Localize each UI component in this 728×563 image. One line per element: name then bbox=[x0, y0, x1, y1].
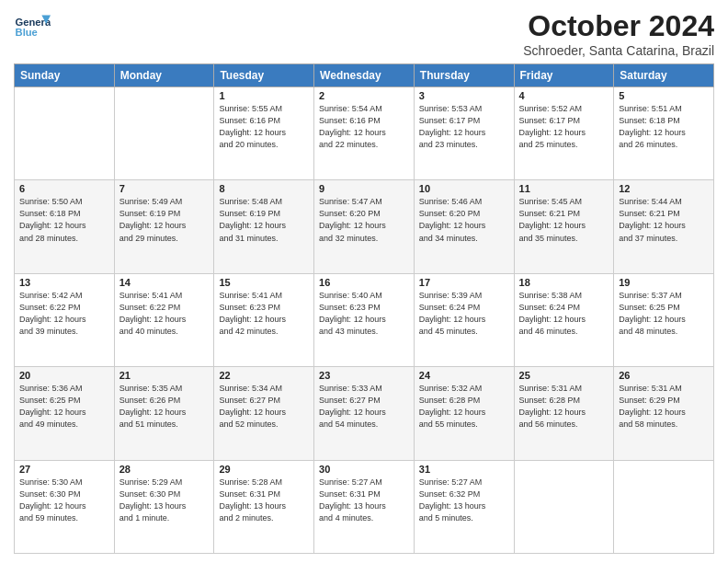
day-info: Sunrise: 5:55 AM Sunset: 6:16 PM Dayligh… bbox=[219, 103, 309, 151]
logo-icon: General Blue bbox=[14, 9, 51, 46]
logo: General Blue bbox=[14, 9, 51, 46]
calendar-cell: 1Sunrise: 5:55 AM Sunset: 6:16 PM Daylig… bbox=[214, 87, 314, 180]
day-number: 24 bbox=[419, 370, 509, 381]
day-info: Sunrise: 5:50 AM Sunset: 6:18 PM Dayligh… bbox=[19, 196, 109, 244]
calendar-cell: 18Sunrise: 5:38 AM Sunset: 6:24 PM Dayli… bbox=[514, 273, 614, 366]
day-info: Sunrise: 5:30 AM Sunset: 6:30 PM Dayligh… bbox=[19, 477, 109, 524]
col-header-sunday: Sunday bbox=[15, 64, 115, 87]
day-number: 29 bbox=[219, 464, 309, 475]
calendar-cell bbox=[514, 460, 614, 553]
subtitle: Schroeder, Santa Catarina, Brazil bbox=[523, 43, 714, 58]
day-number: 12 bbox=[619, 183, 709, 194]
day-info: Sunrise: 5:49 AM Sunset: 6:19 PM Dayligh… bbox=[119, 196, 210, 244]
day-number: 5 bbox=[619, 90, 709, 101]
day-info: Sunrise: 5:32 AM Sunset: 6:28 PM Dayligh… bbox=[419, 383, 509, 431]
calendar-cell: 8Sunrise: 5:48 AM Sunset: 6:19 PM Daylig… bbox=[214, 180, 314, 273]
week-row-3: 20Sunrise: 5:36 AM Sunset: 6:25 PM Dayli… bbox=[15, 367, 714, 460]
day-info: Sunrise: 5:52 AM Sunset: 6:17 PM Dayligh… bbox=[519, 103, 609, 151]
day-number: 18 bbox=[519, 277, 609, 288]
day-info: Sunrise: 5:45 AM Sunset: 6:21 PM Dayligh… bbox=[519, 196, 609, 244]
calendar-cell: 28Sunrise: 5:29 AM Sunset: 6:30 PM Dayli… bbox=[114, 460, 214, 553]
day-info: Sunrise: 5:29 AM Sunset: 6:30 PM Dayligh… bbox=[119, 477, 210, 524]
week-row-4: 27Sunrise: 5:30 AM Sunset: 6:30 PM Dayli… bbox=[15, 460, 714, 553]
day-info: Sunrise: 5:33 AM Sunset: 6:27 PM Dayligh… bbox=[319, 383, 409, 431]
day-number: 11 bbox=[519, 183, 609, 194]
calendar-cell: 25Sunrise: 5:31 AM Sunset: 6:28 PM Dayli… bbox=[514, 367, 614, 460]
day-number: 13 bbox=[19, 277, 109, 288]
day-info: Sunrise: 5:36 AM Sunset: 6:25 PM Dayligh… bbox=[19, 383, 109, 431]
day-info: Sunrise: 5:27 AM Sunset: 6:32 PM Dayligh… bbox=[419, 477, 509, 524]
day-number: 20 bbox=[19, 370, 109, 381]
day-info: Sunrise: 5:40 AM Sunset: 6:23 PM Dayligh… bbox=[319, 290, 409, 338]
day-number: 19 bbox=[619, 277, 709, 288]
day-info: Sunrise: 5:53 AM Sunset: 6:17 PM Dayligh… bbox=[419, 103, 509, 151]
day-info: Sunrise: 5:54 AM Sunset: 6:16 PM Dayligh… bbox=[319, 103, 409, 151]
day-info: Sunrise: 5:41 AM Sunset: 6:23 PM Dayligh… bbox=[219, 290, 309, 338]
calendar-cell: 27Sunrise: 5:30 AM Sunset: 6:30 PM Dayli… bbox=[15, 460, 115, 553]
calendar-cell bbox=[614, 460, 714, 553]
month-title: October 2024 bbox=[523, 9, 714, 43]
calendar-cell: 16Sunrise: 5:40 AM Sunset: 6:23 PM Dayli… bbox=[314, 273, 415, 366]
calendar-cell: 19Sunrise: 5:37 AM Sunset: 6:25 PM Dayli… bbox=[614, 273, 714, 366]
day-number: 9 bbox=[319, 183, 409, 194]
col-header-wednesday: Wednesday bbox=[314, 64, 415, 87]
day-number: 26 bbox=[619, 370, 709, 381]
day-info: Sunrise: 5:38 AM Sunset: 6:24 PM Dayligh… bbox=[519, 290, 609, 338]
day-number: 16 bbox=[319, 277, 409, 288]
day-number: 3 bbox=[419, 90, 509, 101]
day-info: Sunrise: 5:34 AM Sunset: 6:27 PM Dayligh… bbox=[219, 383, 309, 431]
calendar-cell: 11Sunrise: 5:45 AM Sunset: 6:21 PM Dayli… bbox=[514, 180, 614, 273]
day-info: Sunrise: 5:27 AM Sunset: 6:31 PM Dayligh… bbox=[319, 477, 409, 524]
header: General Blue October 2024 Schroeder, San… bbox=[14, 9, 714, 58]
col-header-thursday: Thursday bbox=[414, 64, 514, 87]
calendar-table: SundayMondayTuesdayWednesdayThursdayFrid… bbox=[14, 63, 714, 554]
day-number: 25 bbox=[519, 370, 609, 381]
calendar-cell: 23Sunrise: 5:33 AM Sunset: 6:27 PM Dayli… bbox=[314, 367, 415, 460]
calendar-cell: 26Sunrise: 5:31 AM Sunset: 6:29 PM Dayli… bbox=[614, 367, 714, 460]
calendar-cell: 31Sunrise: 5:27 AM Sunset: 6:32 PM Dayli… bbox=[414, 460, 514, 553]
day-number: 10 bbox=[419, 183, 509, 194]
calendar-cell bbox=[15, 87, 115, 180]
day-info: Sunrise: 5:31 AM Sunset: 6:29 PM Dayligh… bbox=[619, 383, 709, 431]
week-row-1: 6Sunrise: 5:50 AM Sunset: 6:18 PM Daylig… bbox=[15, 180, 714, 273]
header-row: SundayMondayTuesdayWednesdayThursdayFrid… bbox=[15, 64, 714, 87]
day-info: Sunrise: 5:41 AM Sunset: 6:22 PM Dayligh… bbox=[119, 290, 210, 338]
calendar-cell: 20Sunrise: 5:36 AM Sunset: 6:25 PM Dayli… bbox=[15, 367, 115, 460]
day-number: 14 bbox=[119, 277, 210, 288]
title-area: October 2024 Schroeder, Santa Catarina, … bbox=[523, 9, 714, 58]
col-header-saturday: Saturday bbox=[614, 64, 714, 87]
day-number: 1 bbox=[219, 90, 309, 101]
day-info: Sunrise: 5:28 AM Sunset: 6:31 PM Dayligh… bbox=[219, 477, 309, 524]
calendar-cell: 14Sunrise: 5:41 AM Sunset: 6:22 PM Dayli… bbox=[114, 273, 214, 366]
day-number: 7 bbox=[119, 183, 210, 194]
col-header-tuesday: Tuesday bbox=[214, 64, 314, 87]
day-number: 27 bbox=[19, 464, 109, 475]
page: General Blue October 2024 Schroeder, San… bbox=[0, 0, 728, 563]
calendar-cell: 2Sunrise: 5:54 AM Sunset: 6:16 PM Daylig… bbox=[314, 87, 415, 180]
calendar-cell: 22Sunrise: 5:34 AM Sunset: 6:27 PM Dayli… bbox=[214, 367, 314, 460]
calendar-cell: 24Sunrise: 5:32 AM Sunset: 6:28 PM Dayli… bbox=[414, 367, 514, 460]
calendar-cell: 29Sunrise: 5:28 AM Sunset: 6:31 PM Dayli… bbox=[214, 460, 314, 553]
day-number: 23 bbox=[319, 370, 409, 381]
svg-text:Blue: Blue bbox=[16, 27, 38, 38]
day-number: 8 bbox=[219, 183, 309, 194]
week-row-2: 13Sunrise: 5:42 AM Sunset: 6:22 PM Dayli… bbox=[15, 273, 714, 366]
calendar-cell: 7Sunrise: 5:49 AM Sunset: 6:19 PM Daylig… bbox=[114, 180, 214, 273]
day-number: 31 bbox=[419, 464, 509, 475]
day-info: Sunrise: 5:46 AM Sunset: 6:20 PM Dayligh… bbox=[419, 196, 509, 244]
day-number: 21 bbox=[119, 370, 210, 381]
calendar-cell: 5Sunrise: 5:51 AM Sunset: 6:18 PM Daylig… bbox=[614, 87, 714, 180]
day-number: 22 bbox=[219, 370, 309, 381]
calendar-cell: 15Sunrise: 5:41 AM Sunset: 6:23 PM Dayli… bbox=[214, 273, 314, 366]
day-info: Sunrise: 5:35 AM Sunset: 6:26 PM Dayligh… bbox=[119, 383, 210, 431]
day-number: 6 bbox=[19, 183, 109, 194]
calendar-cell: 9Sunrise: 5:47 AM Sunset: 6:20 PM Daylig… bbox=[314, 180, 415, 273]
day-number: 17 bbox=[419, 277, 509, 288]
day-info: Sunrise: 5:51 AM Sunset: 6:18 PM Dayligh… bbox=[619, 103, 709, 151]
day-info: Sunrise: 5:48 AM Sunset: 6:19 PM Dayligh… bbox=[219, 196, 309, 244]
calendar-cell: 10Sunrise: 5:46 AM Sunset: 6:20 PM Dayli… bbox=[414, 180, 514, 273]
day-info: Sunrise: 5:44 AM Sunset: 6:21 PM Dayligh… bbox=[619, 196, 709, 244]
day-info: Sunrise: 5:39 AM Sunset: 6:24 PM Dayligh… bbox=[419, 290, 509, 338]
day-info: Sunrise: 5:37 AM Sunset: 6:25 PM Dayligh… bbox=[619, 290, 709, 338]
calendar-cell: 30Sunrise: 5:27 AM Sunset: 6:31 PM Dayli… bbox=[314, 460, 415, 553]
